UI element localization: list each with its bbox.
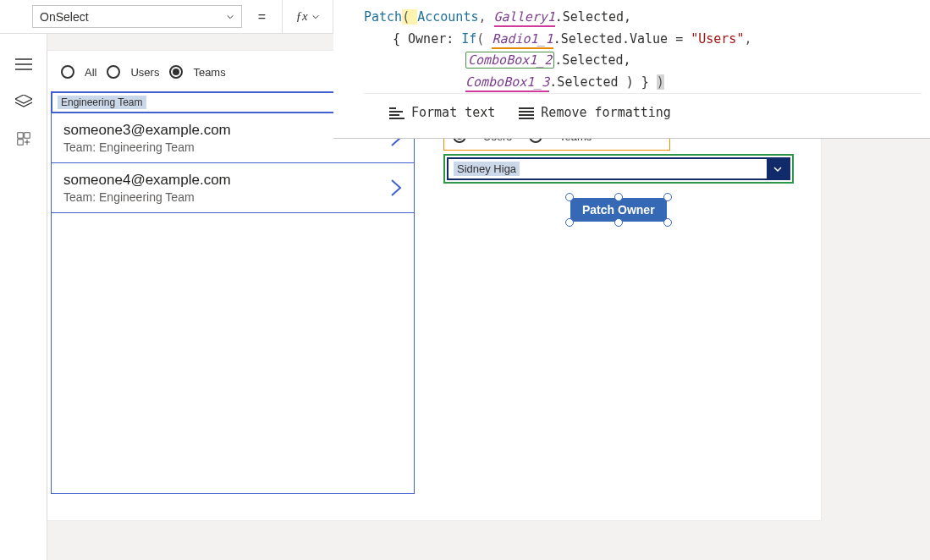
formula-bar[interactable]: Patch( Accounts, Gallery1.Selected, { Ow… (333, 0, 930, 139)
radio-users[interactable] (107, 65, 120, 79)
resize-handle[interactable] (565, 218, 574, 227)
list-item-subtitle: Team: Engineering Team (63, 190, 390, 204)
gallery[interactable]: someone3@example.com Team: Engineering T… (51, 113, 415, 494)
chevron-down-icon[interactable] (767, 159, 789, 178)
chevron-down-icon (226, 13, 234, 21)
property-dropdown[interactable]: OnSelect (32, 5, 242, 28)
radio-teams[interactable] (169, 65, 183, 79)
insert-icon[interactable] (15, 132, 32, 145)
radio-all[interactable] (61, 65, 74, 79)
formula-toolbar: Format text Remove formatting (364, 93, 922, 133)
equals-label: = (242, 0, 283, 33)
formula-line-2: { Owner: If( Radio1_1.Selected.Value = "… (364, 29, 922, 51)
svg-rect-0 (17, 133, 22, 138)
list-item-title: someone4@example.com (63, 172, 390, 189)
radio-users-label: Users (130, 66, 159, 79)
resize-handle[interactable] (565, 193, 574, 201)
remove-formatting-button[interactable]: Remove formatting (519, 102, 671, 124)
remove-formatting-label: Remove formatting (541, 102, 671, 124)
svg-rect-2 (17, 140, 22, 145)
fx-label: ƒx (295, 9, 307, 24)
patch-owner-button[interactable]: Patch Owner (570, 198, 667, 222)
right-combobox[interactable]: Sidney Higa (447, 157, 790, 180)
formula-line-4: ComboBox1_3.Selected ) } ) (364, 72, 922, 94)
right-combobox-outline: Sidney Higa (443, 154, 794, 184)
patch-button-selection: Patch Owner (570, 198, 667, 222)
formula-line-1: Patch( Accounts, Gallery1.Selected, (364, 7, 922, 29)
format-text-label: Format text (411, 102, 495, 124)
hamburger-icon[interactable] (15, 58, 32, 71)
fx-button[interactable]: ƒx (283, 0, 333, 33)
resize-handle[interactable] (614, 218, 623, 227)
radio-all-label: All (85, 66, 96, 79)
list-item[interactable]: someone4@example.com Team: Engineering T… (52, 163, 414, 213)
list-item-subtitle: Team: Engineering Team (63, 140, 390, 154)
format-text-icon (389, 107, 404, 119)
left-rail (0, 34, 47, 560)
resize-handle[interactable] (663, 218, 672, 227)
layers-icon[interactable] (15, 95, 32, 108)
formula-line-3: ComboBox1_2.Selected, (364, 50, 922, 72)
chevron-down-icon (311, 13, 320, 21)
patch-owner-label: Patch Owner (582, 203, 655, 217)
resize-handle[interactable] (663, 193, 672, 201)
chevron-right-icon[interactable] (390, 178, 402, 197)
radio-teams-label: Teams (193, 66, 225, 79)
remove-formatting-icon (519, 107, 534, 119)
svg-rect-1 (24, 133, 29, 138)
resize-handle[interactable] (614, 193, 623, 201)
format-text-button[interactable]: Format text (389, 102, 495, 124)
property-dropdown-value: OnSelect (40, 10, 226, 24)
right-combobox-value: Sidney Higa (448, 159, 767, 178)
